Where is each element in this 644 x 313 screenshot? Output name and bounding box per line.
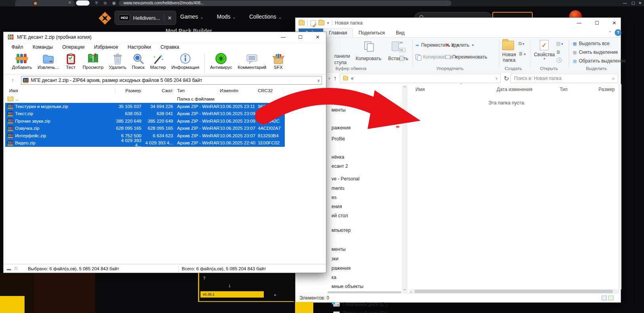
invert-selection-button[interactable]: ▦Обратить выделение — [573, 58, 626, 64]
address-dropdown-icon[interactable]: ∨ — [328, 76, 331, 80]
thumbnails-view-icon[interactable] — [608, 296, 614, 300]
sidebar-item[interactable]: менты — [332, 247, 346, 252]
col-packed[interactable]: Сжат — [141, 87, 173, 94]
edit-icon[interactable]: 🗎 — [556, 49, 561, 55]
toolbar-antivirus-bug[interactable]: Антивирус — [207, 52, 235, 70]
winrar-maximize-icon[interactable]: ☐ — [298, 34, 303, 40]
menu-команды[interactable]: Команды — [33, 44, 53, 50]
nexus-logo-icon[interactable] — [98, 11, 112, 25]
sidebar-item[interactable]: нёнка — [332, 154, 344, 160]
sidebar-item[interactable]: мпьютер — [332, 228, 351, 233]
scroll-down-icon[interactable]: ⌄ — [403, 287, 406, 291]
browser-close-icon[interactable]: ✕ — [638, 1, 642, 6]
cut-icon[interactable]: ✂ — [399, 40, 403, 46]
url-bar[interactable]: www.nexusmods.com/helldivers2/mods/408..… — [119, 0, 452, 6]
sidebar-item[interactable]: ve - Personal — [332, 176, 360, 182]
sidebar-item[interactable]: Локальный диск (D:) — [333, 311, 388, 313]
column-date[interactable]: Дата изменения — [497, 87, 532, 92]
toolbar-test-clipboard[interactable]: Тест — [62, 52, 80, 70]
extensions-icon[interactable]: ▣ — [112, 1, 116, 5]
nav-scrollbar[interactable]: ⌃ ⌄ — [402, 85, 408, 293]
toolbar-archive-add[interactable]: Добавить — [9, 52, 35, 70]
site-info-pill[interactable] — [76, 0, 90, 6]
menu-справка[interactable]: Справка — [160, 44, 179, 50]
tab-view[interactable]: Вид — [390, 28, 410, 37]
copy-button[interactable]: Копировать — [356, 56, 381, 61]
open-icon[interactable]: ▤▼ — [556, 41, 564, 46]
table-row[interactable]: Текст.zip638 053638 041Архив ZIP - WinRA… — [5, 110, 285, 118]
quick-access-folder-icon[interactable] — [318, 21, 324, 25]
menu-файл[interactable]: Файл — [11, 44, 23, 50]
col-modified[interactable]: Изменён — [218, 87, 257, 94]
nexus-nav-mods[interactable]: Mods⌄ — [217, 13, 236, 20]
quick-access-check-icon[interactable] — [311, 20, 316, 26]
nexus-nav-collections[interactable]: Collections⌄ — [249, 13, 282, 20]
properties-button[interactable]: Свойства ▼ — [534, 40, 555, 60]
scroll-up-icon[interactable]: ⌃ — [403, 86, 406, 90]
col-name[interactable]: Имя — [5, 87, 115, 94]
paste-shortcut-icon[interactable] — [400, 56, 404, 61]
sidebar-item[interactable]: зки — [332, 256, 338, 262]
browser-tab[interactable] — [15, 0, 74, 6]
toolbar-info-circle[interactable]: Информация — [169, 52, 202, 70]
up-icon[interactable]: ↑ — [333, 75, 337, 82]
sidebar-item[interactable]: ражения — [332, 125, 351, 131]
address-collapse-chevron[interactable]: « — [351, 76, 354, 81]
winrar-close-icon[interactable]: ✕ — [316, 34, 320, 40]
sidebar-item[interactable]: ий стол — [332, 213, 348, 218]
sidebar-item[interactable]: менты — [332, 107, 346, 113]
toolbar-comment-bubble[interactable]: Комментарий — [235, 52, 269, 70]
col-size[interactable]: Размер — [115, 87, 141, 94]
bookmark-icon[interactable]: ⧉ — [104, 1, 107, 6]
menu-настройки[interactable]: Настройки — [128, 44, 151, 50]
explorer-search-icon[interactable]: ⌕ — [612, 76, 615, 81]
new-item-icon[interactable]: 🗎▼ — [518, 51, 526, 57]
up-level-icon[interactable]: ↑ — [8, 76, 18, 84]
toolbar-extract-folder[interactable]: Извлечь... — [35, 52, 62, 70]
address-history-icon[interactable]: ∨ — [495, 76, 498, 80]
rename-button[interactable]: Переименовать — [445, 54, 487, 60]
copy-path-icon[interactable]: W.. — [399, 48, 406, 52]
menu-избранное[interactable]: Избранное — [94, 44, 118, 50]
collapse-ribbon-icon[interactable]: ⌃ — [608, 30, 612, 35]
toolbar-sfx-box[interactable]: SFX — [269, 52, 288, 70]
sidebar-item[interactable]: es — [332, 195, 337, 200]
game-tab[interactable]: HD2 Helldivers... ✕ — [114, 11, 176, 25]
explorer-minimize-icon[interactable]: — — [577, 20, 581, 26]
toolbar-wizard-wand[interactable]: Мастер — [147, 52, 169, 70]
combo-dropdown-icon[interactable]: ∨ — [317, 78, 320, 83]
tab-home[interactable]: Главная — [323, 28, 353, 37]
winrar-titlebar[interactable]: МГЕ десант 2.zip (пробная копия) — ☐ ✕ — [4, 32, 326, 42]
col-crc32[interactable]: CRC32 — [257, 87, 283, 94]
table-row[interactable]: Интерфейс.zip6 752 5006 634 623Архив ZIP… — [5, 132, 285, 140]
shield-icon[interactable]: ⛨ — [95, 1, 98, 6]
col-type[interactable]: Тип — [173, 87, 218, 94]
sidebar-item[interactable]: ражения — [332, 266, 351, 271]
archive-path-combo[interactable]: МГЕ десант 2.zip - ZIP64 архив, размер и… — [21, 76, 322, 85]
winrar-minimize-icon[interactable]: — — [281, 34, 286, 40]
table-row[interactable]: Прочие звуки.zip385 220 649385 220 649Ар… — [5, 118, 285, 125]
nexus-nav-games[interactable]: Games⌄ — [180, 13, 204, 20]
table-row[interactable]: Озвучка.zip628 095 165628 095 165Архив Z… — [5, 125, 285, 132]
sidebar-item[interactable]: мные объекты — [332, 284, 363, 289]
sidebar-item[interactable]: Локальный диск (C:) — [333, 302, 388, 307]
browser-minimize-icon[interactable]: — — [623, 1, 627, 6]
toolbar-delete-trash[interactable]: Удалить — [106, 52, 129, 70]
column-size[interactable]: Размер — [598, 87, 615, 92]
explorer-close-icon[interactable]: ✕ — [612, 20, 616, 26]
paste-button[interactable]: Вставить — [388, 56, 408, 61]
explorer-maximize-icon[interactable]: ☐ — [595, 20, 599, 26]
refresh-icon[interactable]: ↻ — [504, 75, 509, 82]
sidebar-item[interactable]: ения — [332, 204, 342, 209]
sidebar-item[interactable]: ка — [332, 275, 336, 280]
pin-quick-access-label[interactable]: панели — [334, 53, 350, 59]
game-tab-close-icon[interactable]: ✕ — [168, 15, 172, 21]
qat-customize-icon[interactable]: ▾ — [327, 21, 329, 25]
tab-close-icon[interactable]: ✕ — [68, 0, 71, 5]
toolbar-view-book[interactable]: Просмотр — [80, 52, 107, 70]
select-all-button[interactable]: ▦Выделить все — [573, 41, 610, 46]
table-row[interactable]: Видео.zip4 029 393 4...4 029 393 4...Арх… — [5, 139, 285, 147]
details-view-icon[interactable] — [602, 296, 607, 300]
toolbar-search-magnifier[interactable]: Поиск — [129, 52, 147, 70]
menu-операции[interactable]: Операции — [62, 44, 84, 50]
